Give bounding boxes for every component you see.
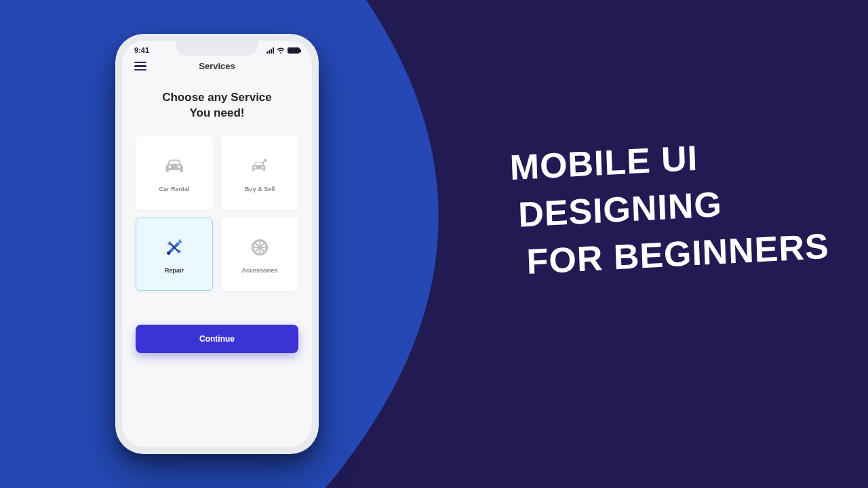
- headline: MOBILE UI DESIGNING FOR BEGINNERS: [509, 127, 829, 287]
- card-label: Car Rental: [159, 186, 189, 192]
- page-title: Services: [134, 61, 300, 71]
- card-label: Repair: [165, 267, 184, 274]
- repair-icon: [161, 235, 187, 260]
- service-card-car-rental[interactable]: Car Rental: [136, 136, 213, 209]
- status-time: 9:41: [134, 46, 149, 54]
- service-grid: Car Rental Buy & Sell: [122, 121, 312, 300]
- service-card-buy-sell[interactable]: Buy & Sell: [221, 136, 298, 209]
- car-icon: [161, 153, 187, 179]
- buy-sell-icon: [247, 153, 273, 179]
- nav-bar: Services: [122, 57, 312, 78]
- svg-point-2: [167, 251, 170, 255]
- wifi-icon: [277, 47, 285, 54]
- phone-frame: 9:41 Services Choose any Service You nee…: [115, 34, 319, 454]
- battery-icon: [288, 47, 300, 54]
- wheel-icon: [247, 235, 273, 260]
- status-indicators: [267, 47, 300, 54]
- svg-point-0: [264, 159, 267, 162]
- page-heading: Choose any Service You need!: [122, 90, 312, 121]
- svg-line-9: [256, 243, 258, 245]
- svg-line-11: [261, 243, 263, 245]
- card-label: Accessories: [241, 267, 277, 274]
- continue-button[interactable]: Continue: [136, 325, 298, 353]
- heading-line-2: You need!: [136, 106, 298, 121]
- svg-line-12: [256, 249, 258, 251]
- phone-notch: [176, 41, 258, 56]
- svg-line-10: [261, 249, 263, 251]
- signal-icon: [267, 47, 274, 54]
- service-card-accessories[interactable]: Accessories: [221, 218, 298, 291]
- heading-line-1: Choose any Service: [136, 90, 298, 106]
- phone-screen: 9:41 Services Choose any Service You nee…: [122, 41, 312, 447]
- card-label: Buy & Sell: [245, 186, 275, 192]
- service-card-repair[interactable]: Repair: [136, 218, 213, 291]
